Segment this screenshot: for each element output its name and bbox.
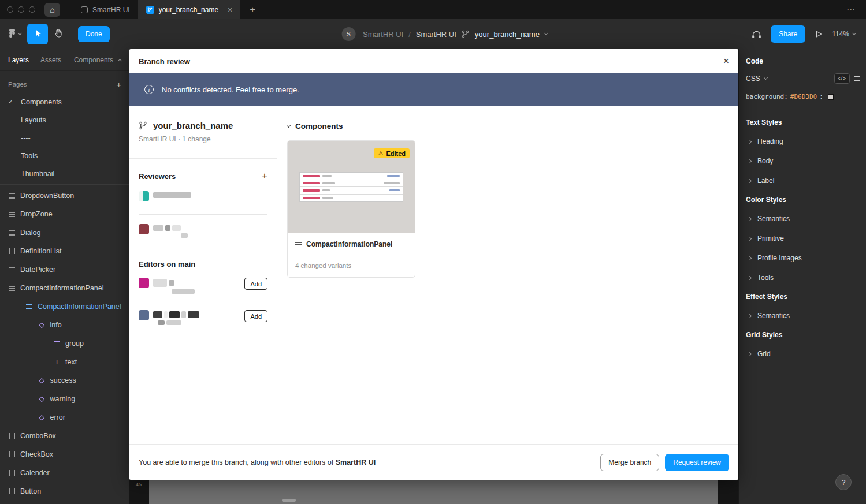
main-menu-button[interactable]: [3, 24, 27, 44]
style-item-label[interactable]: Label: [739, 171, 866, 191]
chevron-right-icon: [748, 139, 752, 143]
layer-label: DropdownButton: [20, 192, 74, 200]
window-controls[interactable]: [0, 6, 44, 13]
close-window-icon[interactable]: [7, 6, 13, 13]
layer-label: ComboBox: [20, 432, 56, 440]
home-button[interactable]: ⌂: [44, 3, 60, 17]
page-item-components[interactable]: ✓ Components: [0, 93, 129, 111]
branch-name: your_branch_name: [153, 121, 233, 130]
add-page-button[interactable]: +: [116, 80, 121, 89]
layer-label: DefinitionList: [20, 247, 62, 255]
new-tab-button[interactable]: +: [240, 4, 265, 16]
chevron-right-icon: [748, 352, 752, 356]
changed-component-card[interactable]: ⚠ Edited CompactInformationPanel: [287, 140, 415, 278]
add-editor-button[interactable]: Add: [244, 310, 267, 322]
layer-row[interactable]: error: [0, 408, 129, 427]
style-item-body[interactable]: Body: [739, 151, 866, 171]
layer-row[interactable]: DefinitionList: [0, 242, 129, 260]
share-button[interactable]: Share: [771, 25, 805, 43]
branch-icon: [139, 121, 147, 130]
layer-row[interactable]: Button: [0, 482, 129, 501]
reviewer-row[interactable]: [139, 224, 267, 239]
layer-row[interactable]: T text: [0, 353, 129, 371]
tab-smarthr-ui[interactable]: SmartHR UI: [73, 0, 138, 19]
avatar[interactable]: S: [341, 27, 355, 41]
options-icon[interactable]: [854, 76, 860, 81]
component-rows-icon: [9, 286, 15, 291]
css-language-select[interactable]: CSS: [746, 74, 760, 83]
breadcrumb-org[interactable]: SmartHR UI: [363, 30, 403, 39]
tab-layers[interactable]: Layers: [8, 56, 29, 64]
headphones-icon[interactable]: [752, 30, 761, 39]
style-item-heading[interactable]: Heading: [739, 132, 866, 151]
style-item-semantics[interactable]: Semantics: [739, 209, 866, 229]
css-property: background:: [746, 93, 788, 100]
page-label: Tools: [21, 152, 38, 160]
layer-row[interactable]: success: [0, 371, 129, 390]
page-indicator[interactable]: Components: [74, 56, 121, 64]
layer-label: CheckBox: [20, 450, 53, 458]
layer-row[interactable]: CheckBox: [0, 445, 129, 464]
layer-row[interactable]: DatePicker: [0, 260, 129, 279]
layer-row[interactable]: ComboBox: [0, 427, 129, 445]
file-breadcrumb[interactable]: S SmartHR UI / SmartHR UI your_branch_na…: [341, 27, 548, 41]
style-label: Grid: [757, 350, 771, 358]
request-review-button[interactable]: Request review: [665, 454, 729, 471]
merge-branch-button[interactable]: Merge branch: [600, 454, 659, 471]
layer-row-selected[interactable]: CompactInformationPanel: [0, 297, 129, 316]
add-editor-button[interactable]: Add: [244, 278, 267, 290]
page-item-tools[interactable]: Tools: [0, 147, 129, 165]
close-modal-icon[interactable]: ×: [723, 55, 729, 67]
chevron-right-icon: [748, 178, 752, 182]
close-tab-icon[interactable]: ×: [228, 5, 232, 14]
layer-row[interactable]: CompactInformationPanel: [0, 279, 129, 297]
style-label: Tools: [757, 274, 774, 282]
components-section-header[interactable]: Components: [287, 122, 724, 130]
layer-row[interactable]: info: [0, 316, 129, 334]
layer-row[interactable]: group: [0, 334, 129, 353]
component-rows-icon: [26, 304, 32, 309]
present-icon[interactable]: [815, 30, 823, 38]
component-set-icon: [9, 433, 15, 439]
style-item-grid[interactable]: Grid: [739, 344, 866, 364]
help-button[interactable]: ?: [835, 474, 852, 490]
layer-row[interactable]: DropZone: [0, 205, 129, 223]
cursor-icon: [34, 29, 42, 40]
layer-row[interactable]: warning: [0, 390, 129, 408]
page-item-layouts[interactable]: Layouts: [0, 111, 129, 129]
style-item-profile-images[interactable]: Profile Images: [739, 248, 866, 268]
banner-message: No conflicts detected. Feel free to merg…: [162, 85, 299, 94]
divider: [139, 214, 267, 215]
chevron-down-icon[interactable]: [544, 31, 548, 35]
hand-tool-button[interactable]: [48, 24, 69, 44]
layer-row[interactable]: DropdownButton: [0, 186, 129, 205]
zoom-window-icon[interactable]: [29, 6, 35, 13]
file-icon: [81, 6, 88, 13]
css-code-snippet[interactable]: background: #D6D3D0;: [739, 93, 866, 100]
minimize-window-icon[interactable]: [18, 6, 24, 13]
tab-your-branch-name[interactable]: your_branch_name ×: [138, 0, 241, 19]
move-tool-button[interactable]: [27, 24, 48, 44]
breadcrumb-file[interactable]: SmartHR UI: [416, 30, 456, 39]
text-icon: T: [54, 359, 60, 365]
style-item-tools[interactable]: Tools: [739, 268, 866, 288]
blurred-name: [153, 278, 195, 294]
style-item-primitive[interactable]: Primitive: [739, 229, 866, 248]
horizontal-scrollbar[interactable]: [282, 499, 296, 502]
layer-row[interactable]: Calender: [0, 464, 129, 482]
page-item-dashes[interactable]: ----: [0, 129, 129, 147]
add-reviewer-button[interactable]: +: [262, 170, 267, 182]
component-name: CompactInformationPanel: [306, 240, 392, 248]
breadcrumb-branch[interactable]: your_branch_name: [475, 30, 540, 39]
merge-message-text: You are able to merge this branch, along…: [139, 458, 336, 466]
tab-assets[interactable]: Assets: [40, 56, 61, 64]
layer-row[interactable]: Dialog: [0, 223, 129, 242]
tabs-overflow-button[interactable]: ⋯: [846, 5, 866, 15]
reviewer-row[interactable]: [139, 191, 267, 206]
page-indicator-label: Components: [74, 56, 113, 64]
page-item-thumbnail[interactable]: Thumbnail: [0, 165, 129, 182]
style-item-effect-semantics[interactable]: Semantics: [739, 306, 866, 326]
zoom-menu[interactable]: 114%: [832, 30, 856, 38]
done-button[interactable]: Done: [78, 26, 110, 42]
code-view-toggle[interactable]: </>: [834, 73, 850, 84]
